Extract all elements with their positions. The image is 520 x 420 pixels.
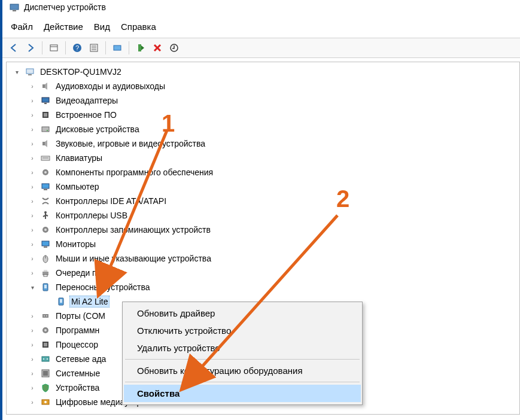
enable-button[interactable]: [133, 40, 148, 56]
expander-icon[interactable]: ›: [27, 385, 38, 391]
tree-item-label: Процессор: [54, 339, 99, 350]
tree-item-label: Компьютер: [54, 181, 100, 192]
uninstall-button[interactable]: [150, 40, 165, 56]
keyboard-icon: [40, 153, 51, 163]
expander-icon[interactable]: ›: [27, 169, 38, 176]
menu-action[interactable]: Действие: [44, 22, 83, 32]
tree-item-label: Переносные устройства: [54, 282, 151, 293]
expander-icon[interactable]: ›: [27, 227, 38, 233]
svg-rect-42: [44, 270, 47, 272]
expander-icon[interactable]: ›: [27, 112, 38, 118]
tree-item-video[interactable]: ›Видеоадаптеры: [7, 93, 519, 108]
media-icon: [40, 397, 51, 407]
expander-icon[interactable]: ›: [27, 370, 38, 377]
tree-item-audio-io[interactable]: ›Аудиовходы и аудиовыходы: [7, 79, 519, 93]
menu-view[interactable]: Вид: [94, 22, 110, 32]
toolbar-separator: [65, 41, 66, 54]
disk-icon: [40, 124, 51, 135]
tree-item-label: Программн: [54, 325, 101, 336]
device-icon: [40, 282, 51, 293]
expander-icon[interactable]: ›: [27, 270, 38, 276]
svg-rect-11: [138, 44, 141, 51]
root-label: DESKTOP-QU1MVJ2: [39, 66, 123, 77]
net-icon: [40, 354, 51, 364]
back-button[interactable]: [6, 40, 22, 56]
annotation-number-2: 2: [336, 185, 349, 212]
chip-icon: [40, 339, 51, 350]
printer-icon: [40, 267, 51, 278]
svg-point-49: [44, 315, 45, 316]
svg-rect-21: [44, 113, 47, 117]
svg-point-61: [44, 401, 47, 403]
svg-rect-30: [44, 189, 47, 190]
tree-item-software[interactable]: ›Компоненты программного обеспечения: [7, 165, 519, 179]
expander-icon[interactable]: ›: [27, 141, 38, 147]
port-icon: [40, 311, 51, 321]
tree-item-portable[interactable]: ▾Переносные устройства: [7, 280, 519, 294]
tree-item-computer[interactable]: ›Компьютер: [7, 179, 519, 194]
expander-icon[interactable]: ›: [27, 399, 38, 406]
expander-icon[interactable]: ›: [27, 313, 38, 319]
help-button[interactable]: ?: [69, 40, 85, 56]
tree-item-usb[interactable]: ›Контроллеры USB: [7, 208, 519, 223]
svg-rect-16: [28, 74, 32, 75]
context-menu: Обновить драйверОтключить устройствоУдал…: [122, 302, 363, 405]
svg-rect-48: [42, 314, 48, 318]
svg-rect-18: [42, 98, 49, 102]
tree-item-storage-ctrl[interactable]: ›Контроллеры запоминающих устройств: [7, 223, 519, 237]
expander-icon[interactable]: ›: [27, 198, 38, 205]
expander-icon[interactable]: ›: [27, 255, 38, 262]
svg-rect-19: [44, 103, 47, 104]
svg-rect-2: [50, 45, 57, 51]
context-menu-remove-device[interactable]: Удалить устройство: [124, 339, 361, 357]
tree-item-label: Встроенное ПО: [54, 109, 118, 120]
tree-item-ide[interactable]: ›Контроллеры IDE ATA/ATAPI: [7, 194, 519, 208]
menu-help[interactable]: Справка: [121, 22, 156, 32]
svg-point-57: [47, 358, 48, 360]
menu-file[interactable]: Файл: [11, 22, 33, 32]
svg-point-56: [43, 358, 44, 360]
tree-root[interactable]: ▾ DESKTOP-QU1MVJ2: [7, 65, 519, 79]
context-menu-scan-hardware[interactable]: Обновить конфигурацию оборудования: [124, 362, 361, 379]
tree-item-disks[interactable]: ›Дисковые устройства: [7, 122, 519, 136]
expander-icon[interactable]: ›: [27, 98, 38, 104]
tree-item-print-queue[interactable]: ›Очереди печати: [7, 266, 519, 280]
tree-item-label: Мыши и иные указывающие устройства: [54, 253, 212, 264]
svg-point-52: [44, 329, 47, 331]
expander-icon[interactable]: ›: [27, 126, 38, 133]
show-hidden-button[interactable]: [46, 40, 62, 56]
expander-icon[interactable]: ›: [27, 184, 38, 190]
tree-item-label: Дисковые устройства: [54, 124, 141, 135]
context-menu-update-driver[interactable]: Обновить драйвер: [124, 305, 361, 322]
tree-item-mice[interactable]: ›Мыши и иные указывающие устройства: [7, 251, 519, 266]
update-button[interactable]: [166, 40, 182, 56]
expander-icon[interactable]: ▾: [27, 284, 38, 291]
window-titlebar: Диспетчер устройств: [2, 0, 520, 16]
expander-icon[interactable]: ▾: [11, 69, 22, 75]
expander-icon[interactable]: ›: [27, 241, 38, 248]
expander-icon[interactable]: ›: [27, 155, 38, 162]
expander-icon[interactable]: ›: [27, 342, 38, 348]
speaker-icon: [40, 138, 51, 149]
forward-button[interactable]: [23, 40, 38, 56]
tree-item-firmware[interactable]: ›Встроенное ПО: [7, 108, 519, 122]
svg-rect-10: [114, 45, 121, 50]
expander-icon[interactable]: ›: [27, 83, 38, 90]
properties-button[interactable]: [86, 40, 102, 56]
context-menu-disable-device[interactable]: Отключить устройство: [124, 322, 361, 339]
tree-item-label: Звуковые, игровые и видеоустройства: [54, 138, 206, 149]
expander-icon[interactable]: ›: [27, 327, 38, 334]
tree-item-keyboards[interactable]: ›Клавиатуры: [7, 151, 519, 165]
svg-point-36: [44, 229, 47, 231]
tree-item-label: Мониторы: [54, 239, 97, 249]
svg-rect-29: [42, 184, 49, 188]
expander-icon[interactable]: ›: [27, 212, 38, 219]
window-title: Диспетчер устройств: [24, 2, 106, 12]
tree-item-monitors[interactable]: ›Мониторы: [7, 237, 519, 251]
tree-item-sound[interactable]: ›Звуковые, игровые и видеоустройства: [7, 136, 519, 151]
tree-item-label: Очереди печати: [54, 267, 120, 278]
scan-button[interactable]: [110, 40, 125, 56]
tree-item-label: Mi A2 Lite: [70, 296, 109, 307]
context-menu-properties[interactable]: Свойства: [124, 385, 361, 402]
expander-icon[interactable]: ›: [27, 356, 38, 363]
